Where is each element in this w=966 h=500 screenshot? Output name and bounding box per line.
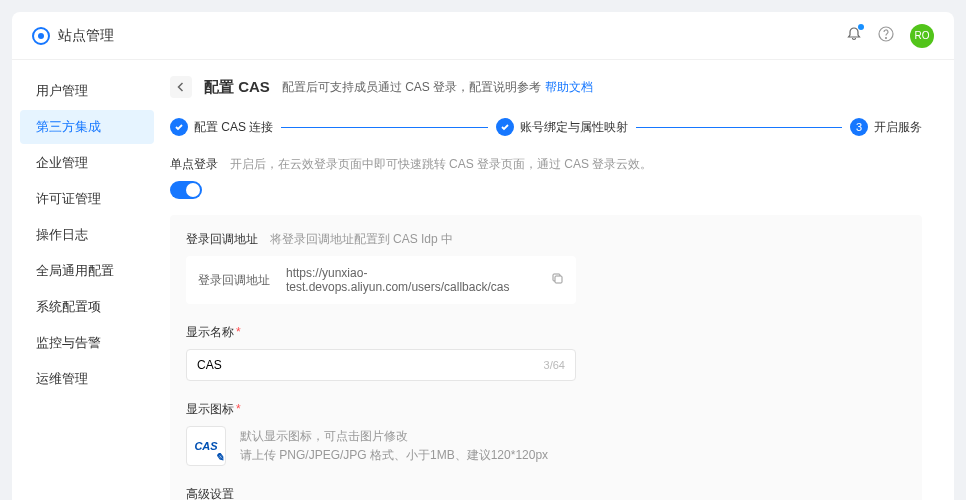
header-title: 站点管理	[58, 27, 114, 45]
icon-upload[interactable]: CAS ✎	[186, 426, 226, 466]
edit-icon: ✎	[215, 451, 224, 464]
svg-point-1	[38, 33, 44, 39]
svg-point-3	[886, 38, 887, 39]
display-name-input[interactable]	[197, 358, 544, 372]
check-icon	[496, 118, 514, 136]
svg-rect-4	[555, 276, 562, 283]
copy-icon[interactable]	[551, 272, 564, 288]
callback-url-box: 登录回调地址 https://yunxiao-test.devops.aliyu…	[186, 256, 576, 304]
step-2: 账号绑定与属性映射	[496, 118, 628, 136]
help-doc-link[interactable]: 帮助文档	[545, 80, 593, 94]
sidebar-item-monitor[interactable]: 监控与告警	[20, 326, 154, 360]
sidebar-item-enterprise[interactable]: 企业管理	[20, 146, 154, 180]
display-icon-label: 显示图标*	[186, 401, 906, 418]
advanced-title: 高级设置	[186, 486, 906, 500]
sso-desc: 开启后，在云效登录页面中即可快速跳转 CAS 登录页面，通过 CAS 登录云效。	[230, 157, 653, 171]
sidebar-item-system-config[interactable]: 系统配置项	[20, 290, 154, 324]
step-1: 配置 CAS 连接	[170, 118, 273, 136]
sso-title: 单点登录	[170, 156, 218, 173]
user-avatar[interactable]: RO	[910, 24, 934, 48]
page-title: 配置 CAS	[204, 78, 270, 97]
help-icon[interactable]	[878, 26, 894, 45]
callback-desc: 将登录回调地址配置到 CAS Idp 中	[270, 232, 453, 246]
step-3: 3 开启服务	[850, 118, 922, 136]
sidebar-item-users[interactable]: 用户管理	[20, 74, 154, 108]
page-subtitle: 配置后可支持成员通过 CAS 登录，配置说明参考 帮助文档	[282, 79, 593, 96]
sidebar-item-global-config[interactable]: 全局通用配置	[20, 254, 154, 288]
sidebar-item-license[interactable]: 许可证管理	[20, 182, 154, 216]
sso-toggle[interactable]	[170, 181, 202, 199]
sidebar: 用户管理 第三方集成 企业管理 许可证管理 操作日志 全局通用配置 系统配置项 …	[12, 60, 162, 500]
notification-icon[interactable]	[846, 26, 862, 45]
sidebar-item-third-party[interactable]: 第三方集成	[20, 110, 154, 144]
icon-hint-1: 默认显示图标，可点击图片修改	[240, 427, 548, 446]
back-button[interactable]	[170, 76, 192, 98]
step-number: 3	[850, 118, 868, 136]
app-logo	[32, 27, 50, 45]
check-icon	[170, 118, 188, 136]
sidebar-item-oplog[interactable]: 操作日志	[20, 218, 154, 252]
icon-hint-2: 请上传 PNG/JPEG/JPG 格式、小于1MB、建议120*120px	[240, 446, 548, 465]
step-indicator: 配置 CAS 连接 账号绑定与属性映射 3 开启服务	[170, 118, 922, 136]
callback-label: 登录回调地址	[186, 232, 258, 246]
callback-url-value: https://yunxiao-test.devops.aliyun.com/u…	[286, 266, 535, 294]
sidebar-item-ops[interactable]: 运维管理	[20, 362, 154, 396]
char-counter: 3/64	[544, 359, 565, 371]
display-name-label: 显示名称*	[186, 324, 906, 341]
